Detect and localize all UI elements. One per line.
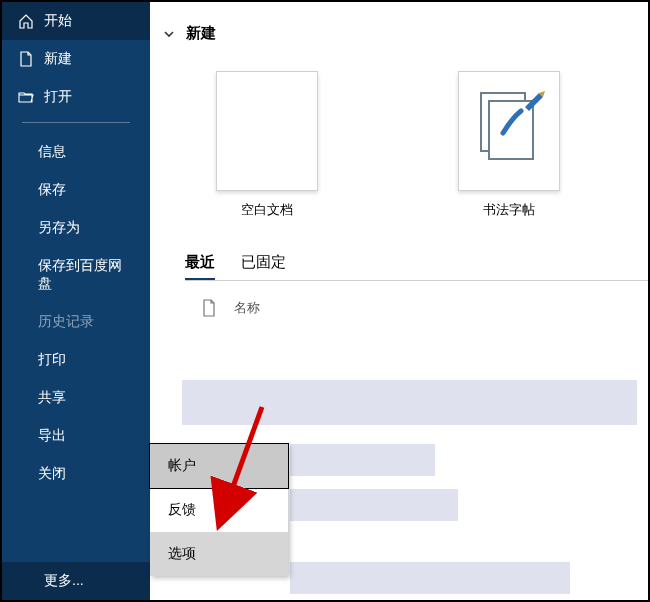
submenu-feedback[interactable]: 反馈 [150, 488, 288, 532]
sidebar-item-saveas[interactable]: 另存为 [2, 209, 150, 247]
recent-tabs: 最近 已固定 [150, 219, 648, 280]
sidebar-item-export[interactable]: 导出 [2, 417, 150, 455]
sidebar-item-start[interactable]: 开始 [2, 2, 150, 40]
folder-open-icon [18, 89, 34, 105]
list-row-redacted [290, 489, 458, 521]
templates-row: 空白文档 书法字帖 [150, 43, 648, 219]
sidebar-item-more[interactable]: 更多... [2, 562, 150, 600]
svg-rect-1 [489, 101, 533, 159]
list-row-redacted [290, 444, 435, 476]
sidebar-item-close[interactable]: 关闭 [2, 455, 150, 493]
calligraphy-icon [473, 87, 545, 175]
submenu-options[interactable]: 选项 [150, 532, 288, 576]
template-blank[interactable]: 空白文档 [216, 71, 318, 219]
section-header-new[interactable]: 新建 [150, 24, 648, 43]
document-icon [18, 51, 34, 67]
template-calligraphy[interactable]: 书法字帖 [458, 71, 560, 219]
file-icon [202, 299, 216, 317]
sidebar: 开始 新建 打开 信息 保存 另存为 保存到百度网盘 历史记录 打印 共享 导出… [2, 2, 150, 600]
list-row-redacted [182, 380, 637, 425]
sidebar-item-new[interactable]: 新建 [2, 40, 150, 78]
tab-recent[interactable]: 最近 [185, 253, 215, 280]
sidebar-new-label: 新建 [44, 50, 72, 68]
sidebar-start-label: 开始 [44, 12, 72, 30]
submenu-account[interactable]: 帐户 [150, 444, 288, 488]
sidebar-divider [22, 122, 130, 123]
template-calligraphy-thumb [458, 71, 560, 191]
list-header: 名称 [150, 281, 648, 317]
sidebar-item-print[interactable]: 打印 [2, 341, 150, 379]
home-icon [18, 13, 34, 29]
list-row-redacted [290, 562, 570, 594]
section-title-new: 新建 [186, 24, 216, 43]
sidebar-item-share[interactable]: 共享 [2, 379, 150, 417]
sidebar-open-label: 打开 [44, 88, 72, 106]
sidebar-item-open[interactable]: 打开 [2, 78, 150, 116]
tab-pinned[interactable]: 已固定 [241, 253, 286, 280]
template-callig-label: 书法字帖 [483, 201, 535, 219]
sidebar-more-label: 更多... [44, 572, 84, 590]
template-blank-thumb [216, 71, 318, 191]
more-submenu: 帐户 反馈 选项 [150, 444, 288, 576]
sidebar-item-save[interactable]: 保存 [2, 171, 150, 209]
template-blank-label: 空白文档 [241, 201, 293, 219]
chevron-down-icon [162, 27, 176, 41]
col-name: 名称 [234, 299, 260, 317]
sidebar-item-info[interactable]: 信息 [2, 133, 150, 171]
sidebar-item-history[interactable]: 历史记录 [2, 303, 150, 341]
sidebar-item-baidu[interactable]: 保存到百度网盘 [2, 247, 150, 303]
